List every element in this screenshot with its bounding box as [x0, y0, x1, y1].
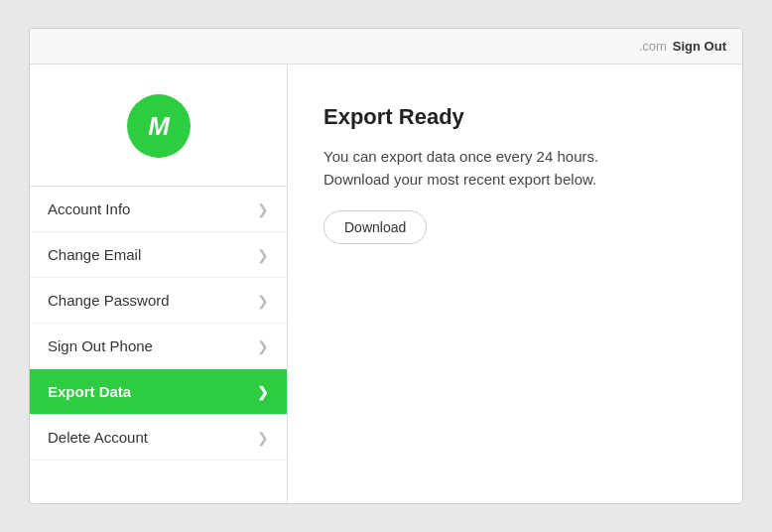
- chevron-right-icon: ❯: [257, 201, 269, 217]
- sidebar-item-export-data[interactable]: Export Data ❯: [30, 369, 287, 415]
- chevron-right-icon: ❯: [257, 338, 269, 354]
- sidebar: Μ Account Info ❯ Change Email ❯ Change P…: [30, 65, 288, 503]
- sidebar-item-sign-out-phone[interactable]: Sign Out Phone ❯: [30, 324, 287, 369]
- logo-area: Μ: [30, 65, 287, 187]
- top-bar: .com Sign Out: [30, 29, 742, 65]
- sign-out-button[interactable]: Sign Out: [673, 39, 726, 54]
- logo-circle: Μ: [127, 94, 191, 158]
- sidebar-item-label: Change Email: [48, 246, 141, 263]
- sidebar-item-delete-account[interactable]: Delete Account ❯: [30, 415, 287, 461]
- sidebar-item-label: Account Info: [48, 200, 130, 217]
- top-bar-right: .com Sign Out: [639, 39, 726, 54]
- download-button[interactable]: Download: [323, 210, 427, 244]
- main-area: Μ Account Info ❯ Change Email ❯ Change P…: [30, 65, 742, 503]
- chevron-right-icon: ❯: [257, 384, 269, 400]
- sidebar-item-label: Sign Out Phone: [48, 337, 153, 354]
- logo-symbol: Μ: [148, 111, 169, 142]
- content-title: Export Ready: [323, 104, 707, 130]
- content-description-line1: You can export data once every 24 hours.: [323, 148, 598, 165]
- app-container: .com Sign Out Μ Account Info ❯ Change Em…: [29, 28, 743, 504]
- chevron-right-icon: ❯: [257, 430, 269, 446]
- content-area: Export Ready You can export data once ev…: [288, 65, 742, 503]
- nav-list: Account Info ❯ Change Email ❯ Change Pas…: [30, 187, 287, 503]
- domain-label: .com: [639, 39, 667, 54]
- chevron-right-icon: ❯: [257, 293, 269, 309]
- sidebar-item-change-email[interactable]: Change Email ❯: [30, 232, 287, 278]
- sidebar-item-account-info[interactable]: Account Info ❯: [30, 187, 287, 232]
- chevron-right-icon: ❯: [257, 247, 269, 263]
- sidebar-item-label: Export Data: [48, 383, 131, 400]
- content-description: You can export data once every 24 hours.…: [323, 146, 707, 191]
- content-description-line2: Download your most recent export below.: [323, 171, 596, 188]
- sidebar-item-change-password[interactable]: Change Password ❯: [30, 278, 287, 324]
- sidebar-item-label: Change Password: [48, 292, 170, 309]
- sidebar-item-label: Delete Account: [48, 429, 148, 446]
